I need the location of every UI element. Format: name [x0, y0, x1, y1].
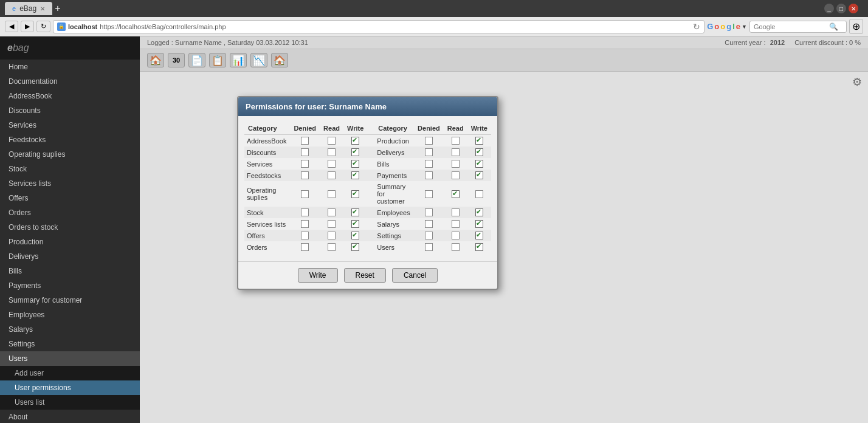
left-read-cb[interactable] — [320, 170, 343, 181]
sidebar-item-discounts[interactable]: Discounts — [0, 103, 140, 118]
sidebar-item-documentation[interactable]: Documentation — [0, 74, 140, 89]
right-denied-cb[interactable] — [414, 170, 444, 181]
sidebar-item-services[interactable]: Services — [0, 118, 140, 132]
left-read-cb[interactable] — [320, 230, 343, 241]
sidebar-item-payments[interactable]: Payments — [0, 278, 140, 293]
minimize-button[interactable]: _ — [824, 4, 834, 13]
sidebar-item-salarys[interactable]: Salarys — [0, 322, 140, 337]
right-write-cb[interactable] — [467, 207, 491, 218]
sidebar-item-user-permissions[interactable]: User permissions — [0, 380, 140, 395]
settings-gear-icon[interactable]: ⚙ — [852, 75, 862, 89]
sidebar-item-orders[interactable]: Orders — [0, 205, 140, 220]
right-read-cb[interactable] — [444, 135, 467, 147]
right-write-cb[interactable] — [467, 146, 491, 158]
left-read-cb[interactable] — [320, 146, 343, 158]
sidebar-item-bills[interactable]: Bills — [0, 264, 140, 278]
right-read-cb[interactable] — [444, 207, 467, 218]
sidebar-item-production[interactable]: Production — [0, 235, 140, 249]
address-bar[interactable]: 🔒 localhost https://localhost/eBag/contr… — [53, 20, 704, 33]
right-read-cb[interactable] — [444, 218, 467, 230]
right-read-cb[interactable] — [444, 241, 467, 253]
right-denied-cb[interactable] — [414, 207, 444, 218]
sidebar-item-addressbook[interactable]: AddressBook — [0, 89, 140, 103]
right-denied-cb[interactable] — [414, 218, 444, 230]
left-read-cb[interactable] — [320, 218, 343, 230]
sidebar-item-services-lists[interactable]: Services lists — [0, 176, 140, 191]
right-read-cb[interactable] — [444, 158, 467, 170]
left-denied-cb[interactable] — [290, 207, 320, 218]
right-read-cb[interactable] — [444, 170, 467, 181]
right-read-cb[interactable] — [444, 181, 467, 207]
sidebar-item-add-user[interactable]: Add user — [0, 366, 140, 380]
right-denied-cb[interactable] — [414, 241, 444, 253]
sidebar-item-operating-suplies[interactable]: Operating suplies — [0, 147, 140, 162]
sidebar-item-employees[interactable]: Employees — [0, 308, 140, 322]
left-write-cb[interactable] — [343, 158, 367, 170]
extensions-button[interactable]: ⊕ — [849, 19, 863, 34]
left-write-cb[interactable] — [343, 230, 367, 241]
address-reload-icon[interactable]: ↻ — [693, 22, 700, 32]
right-write-cb[interactable] — [467, 218, 491, 230]
sidebar-item-offers[interactable]: Offers — [0, 191, 140, 205]
right-denied-cb[interactable] — [414, 135, 444, 147]
browser-tab[interactable]: e eBag ✕ — [5, 2, 52, 15]
right-denied-cb[interactable] — [414, 146, 444, 158]
left-write-cb[interactable] — [343, 241, 367, 253]
right-denied-cb[interactable] — [414, 181, 444, 207]
left-denied-cb[interactable] — [290, 218, 320, 230]
search-button-icon[interactable]: 🔍 — [829, 22, 838, 31]
toolbar-home-button[interactable]: 🏠 — [147, 53, 164, 67]
toolbar-house-button[interactable]: 🏠 — [271, 53, 288, 67]
left-write-cb[interactable] — [343, 170, 367, 181]
close-button[interactable]: ✕ — [849, 4, 858, 13]
left-write-cb[interactable] — [343, 181, 367, 207]
left-write-cb[interactable] — [343, 146, 367, 158]
toolbar-list-button[interactable]: 📋 — [209, 53, 226, 67]
sidebar-item-users[interactable]: Users — [0, 351, 140, 366]
toolbar-chart-button[interactable]: 📊 — [230, 53, 247, 67]
maximize-button[interactable]: □ — [836, 4, 846, 13]
search-dropdown-icon[interactable]: ▼ — [742, 24, 747, 30]
sidebar-item-settings[interactable]: Settings — [0, 337, 140, 351]
right-write-cb[interactable] — [467, 181, 491, 207]
tab-close-icon[interactable]: ✕ — [40, 5, 45, 12]
right-read-cb[interactable] — [444, 230, 467, 241]
right-read-cb[interactable] — [444, 146, 467, 158]
left-read-cb[interactable] — [320, 135, 343, 147]
sidebar-item-feedstocks[interactable]: Feedstocks — [0, 132, 140, 147]
left-read-cb[interactable] — [320, 158, 343, 170]
cancel-button[interactable]: Cancel — [392, 268, 438, 283]
sidebar-item-deliverys[interactable]: Deliverys — [0, 249, 140, 264]
search-engine-selector[interactable]: G o o g l e ▼ — [707, 22, 747, 31]
right-write-cb[interactable] — [467, 230, 491, 241]
left-denied-cb[interactable] — [290, 181, 320, 207]
left-denied-cb[interactable] — [290, 146, 320, 158]
left-denied-cb[interactable] — [290, 230, 320, 241]
reset-button[interactable]: Reset — [344, 268, 386, 283]
right-denied-cb[interactable] — [414, 158, 444, 170]
left-read-cb[interactable] — [320, 207, 343, 218]
right-write-cb[interactable] — [467, 241, 491, 253]
toolbar-orders-button[interactable]: 30 — [168, 53, 185, 67]
toolbar-doc-button[interactable]: 📄 — [188, 53, 205, 67]
search-input[interactable] — [754, 23, 827, 30]
sidebar-item-stock[interactable]: Stock — [0, 162, 140, 176]
toolbar-graph-button[interactable]: 📉 — [250, 53, 267, 67]
forward-button[interactable]: ▶ — [21, 21, 34, 32]
left-denied-cb[interactable] — [290, 241, 320, 253]
sidebar-item-about[interactable]: About — [0, 410, 140, 423]
right-write-cb[interactable] — [467, 170, 491, 181]
back-button[interactable]: ◀ — [5, 21, 18, 32]
write-button[interactable]: Write — [298, 268, 338, 283]
right-denied-cb[interactable] — [414, 230, 444, 241]
left-write-cb[interactable] — [343, 207, 367, 218]
sidebar-item-users-list[interactable]: Users list — [0, 395, 140, 410]
new-tab-button[interactable]: + — [55, 3, 60, 14]
left-read-cb[interactable] — [320, 181, 343, 207]
right-write-cb[interactable] — [467, 135, 491, 147]
left-write-cb[interactable] — [343, 135, 367, 147]
sidebar-item-orders-to-stock[interactable]: Orders to stock — [0, 220, 140, 235]
left-denied-cb[interactable] — [290, 135, 320, 147]
left-write-cb[interactable] — [343, 218, 367, 230]
right-write-cb[interactable] — [467, 158, 491, 170]
